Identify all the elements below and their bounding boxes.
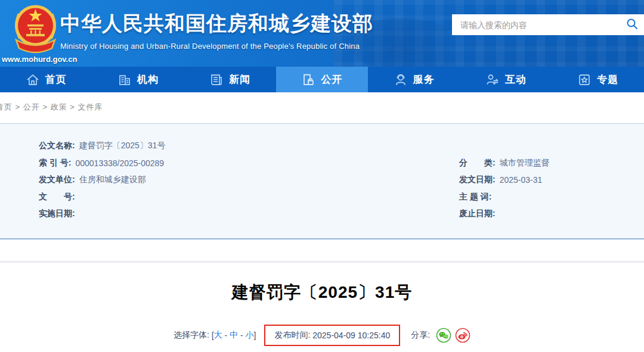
meta-label: 分 类: [459,158,496,169]
search-icon [626,17,639,32]
font-size-label: 选择字体: [174,330,212,341]
meta-label: 主 题 词: [459,192,491,203]
breadcrumb[interactable]: 首页 > 公开 > 政策 > 文件库 [0,102,103,113]
meta-row-repeal-date: 废止日期: [459,205,550,223]
weibo-share-icon[interactable] [455,328,470,343]
meta-label: 公文名称: [39,141,75,151]
publish-time-highlight-box: 发布时间: 2025-04-09 10:25:40 [264,325,400,346]
topics-icon [577,73,592,87]
nav-label-home: 首页 [45,73,67,86]
site-title-chinese: 中华人民共和国住房和城乡建设部 [60,10,373,38]
font-size-separator: - [222,331,230,340]
publish-time-value: 2025-04-09 10:25:40 [312,331,390,340]
site-url: www.mohurd.gov.cn [2,55,77,64]
document-meta-panel: 公文名称: 建督罚字〔2025〕31号 索 引 号: 000013338/202… [0,123,644,239]
nav-item-services[interactable]: 服务 [368,67,460,92]
nav-item-topics[interactable]: 专题 [552,67,644,92]
font-size-medium-link[interactable]: 中 [230,330,238,341]
meta-value: 住房和城乡建设部 [79,175,146,185]
home-icon [26,73,40,87]
font-size-small-link[interactable]: 小 [246,330,254,341]
nav-item-disclosure[interactable]: 公开 [276,67,368,92]
meta-label: 废止日期: [459,208,496,219]
nav-label-news: 新闻 [229,73,250,86]
nav-label-interaction: 互动 [505,73,527,86]
article-toolbar: 选择字体: [ 大 - 中 - 小 ] 发布时间: 2025-04-09 10:… [0,325,644,346]
nav-label-services: 服务 [413,73,435,86]
site-title-block: 中华人民共和国住房和城乡建设部 Ministry of Housing and … [60,10,373,51]
service-icon [394,73,408,87]
meta-label: 索 引 号: [39,158,71,169]
meta-row-implementation-date: 实施日期: [39,205,165,223]
bracket-close: ] [254,331,256,340]
share-label: 分享: [411,330,432,341]
meta-value: 2025-03-31 [500,175,543,185]
font-size-selector: 选择字体: [ 大 - 中 - 小 ] [174,330,256,341]
section-divider [0,261,644,263]
organization-icon [117,73,132,87]
mohurd-page: www.mohurd.gov.cn 中华人民共和国住房和城乡建设部 Minist… [0,0,644,352]
meta-value: 城市管理监督 [500,158,550,169]
meta-row-doc-name: 公文名称: 建督罚字〔2025〕31号 [39,138,165,155]
search-box [452,14,644,35]
wechat-share-icon[interactable] [436,328,451,343]
main-navigation: 首页 机构 新闻 [0,67,644,92]
nav-label-topics: 专题 [597,73,618,86]
search-button[interactable] [620,14,644,35]
meta-label: 文 号: [39,192,75,203]
meta-row-index-number: 索 引 号: 000013338/2025-00289 [39,155,165,172]
interaction-icon [485,73,500,87]
meta-label: 发文单位: [39,175,75,185]
nav-label-organization: 机构 [137,73,159,86]
disclosure-icon [301,73,315,87]
nav-item-news[interactable]: 新闻 [184,67,276,92]
site-header: www.mohurd.gov.cn 中华人民共和国住房和城乡建设部 Minist… [0,0,644,67]
site-title-english: Ministry of Housing and Urban-Rural Deve… [60,42,373,51]
nav-item-interaction[interactable]: 互动 [460,67,552,92]
meta-column-left: 公文名称: 建督罚字〔2025〕31号 索 引 号: 000013338/202… [39,138,165,223]
meta-row-doc-number: 文 号: [39,189,165,206]
meta-row-issuing-unit: 发文单位: 住房和城乡建设部 [39,172,165,189]
nav-item-organization[interactable]: 机构 [92,67,184,92]
meta-label: 发文日期: [459,175,496,185]
news-icon [209,73,224,87]
meta-value: 000013338/2025-00289 [75,158,164,168]
meta-column-right: 分 类: 城市管理监督 发文日期: 2025-03-31 主 题 词: 废止日期… [459,155,550,223]
meta-row-issue-date: 发文日期: 2025-03-31 [459,172,550,189]
share-block: 分享: [411,328,470,343]
font-size-large-link[interactable]: 大 [214,330,222,341]
meta-row-subject-words: 主 题 词: [459,189,550,206]
meta-row-category: 分 类: 城市管理监督 [459,155,550,172]
meta-value: 建督罚字〔2025〕31号 [79,141,166,151]
national-emblem-icon [12,3,59,60]
search-input[interactable] [452,14,620,35]
document-title: 建督罚字〔2025〕31号 [0,281,644,304]
meta-label: 实施日期: [39,208,75,219]
font-size-separator: - [238,331,245,340]
nav-item-home[interactable]: 首页 [0,67,92,92]
publish-time-label: 发布时间: [274,330,312,341]
nav-label-disclosure: 公开 [321,73,342,86]
